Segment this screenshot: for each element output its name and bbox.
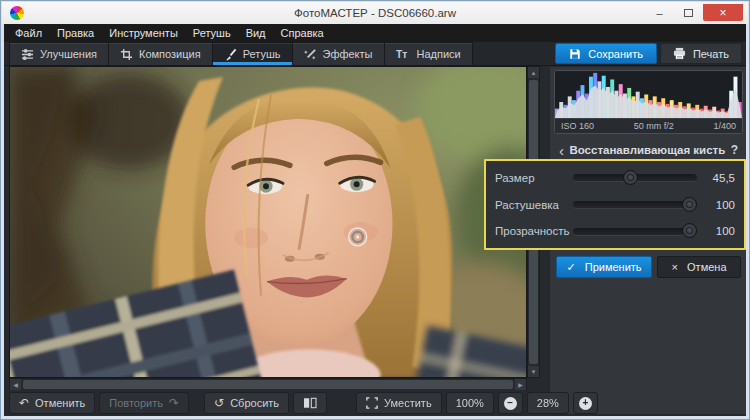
zoom-in-button[interactable]: + — [573, 392, 598, 414]
horizontal-scroll-thumb[interactable] — [23, 380, 513, 389]
magic-wand-icon — [304, 48, 317, 61]
brush-target-indicator — [349, 228, 367, 246]
window-title: ФотоМАСТЕР - DSC06660.arw — [2, 7, 748, 19]
tab-composition[interactable]: Композиция — [109, 42, 213, 65]
fit-label: Уместить — [384, 397, 432, 409]
tool-panel-title: Восстанавливающая кисть — [564, 144, 731, 156]
minus-icon: − — [504, 397, 517, 410]
slider-track[interactable] — [573, 228, 697, 235]
size-slider-row: Размер 45,5 — [495, 166, 735, 190]
slider-value: 45,5 — [704, 172, 735, 184]
tab-bar: Улучшения Композиция Ретушь Эффекты Tт Н… — [4, 42, 746, 66]
slider-track[interactable] — [573, 201, 697, 208]
crop-icon — [120, 48, 133, 61]
tab-label: Ретушь — [243, 48, 281, 60]
adjustments-icon — [21, 48, 34, 61]
menu-item[interactable]: Файл — [15, 27, 42, 39]
scroll-down-icon[interactable]: ▼ — [528, 366, 539, 377]
scroll-right-icon[interactable]: ▶ — [515, 379, 526, 390]
print-icon — [673, 47, 686, 60]
x-icon: × — [672, 261, 678, 273]
zoom-out-button[interactable]: − — [498, 392, 523, 414]
slider-handle[interactable] — [682, 197, 697, 212]
iso-label: ISO 160 — [561, 121, 594, 131]
zoom-level[interactable]: 28% — [527, 392, 569, 414]
tab-captions[interactable]: Tт Надписи — [385, 42, 473, 65]
app-logo-icon — [10, 6, 24, 20]
zoom-level-value: 28% — [537, 397, 559, 409]
slider-label: Прозрачность — [495, 225, 573, 237]
save-label: Сохранить — [588, 48, 643, 60]
tab-retouch[interactable]: Ретушь — [213, 42, 293, 65]
feather-slider-row: Растушевка 100 — [495, 193, 735, 217]
svg-text:Tт: Tт — [396, 49, 407, 60]
opacity-slider-row: Прозрачность 100 — [495, 219, 735, 243]
tab-label: Эффекты — [323, 48, 373, 60]
redo-icon: ↷ — [169, 397, 179, 409]
reset-icon: ↺ — [214, 397, 224, 409]
photo-canvas[interactable] — [9, 66, 527, 378]
fit-button[interactable]: Уместить — [356, 392, 442, 414]
maximize-button[interactable] — [674, 4, 703, 21]
app-body: ФайлПравкаИнструментыРетушьВидСправка Ул… — [4, 24, 746, 415]
tab-effects[interactable]: Эффекты — [293, 42, 385, 65]
reset-label: Сбросить — [230, 397, 279, 409]
slider-label: Размер — [495, 172, 573, 184]
cancel-label: Отмена — [687, 261, 726, 273]
save-button[interactable]: Сохранить — [555, 43, 657, 64]
apply-button[interactable]: ✓ Применить — [556, 256, 652, 278]
zoom-100-button[interactable]: 100% — [446, 392, 494, 414]
compare-button[interactable] — [293, 392, 327, 414]
histogram-panel: ISO 160 50 mm f/2 1/400 — [554, 70, 743, 134]
text-icon: Tт — [396, 48, 411, 61]
focal-aperture-label: 50 mm f/2 — [634, 121, 674, 131]
print-label: Печать — [693, 48, 729, 60]
undo-label: Отменить — [35, 397, 85, 409]
slider-value: 100 — [704, 199, 735, 211]
undo-button[interactable]: ↶ Отменить — [9, 392, 95, 414]
menu-item[interactable]: Вид — [246, 27, 266, 39]
redo-label: Повторить — [109, 397, 163, 409]
brush-icon — [224, 48, 237, 61]
menu-item[interactable]: Инструменты — [109, 27, 178, 39]
slider-track[interactable] — [573, 174, 697, 181]
compare-icon — [303, 397, 317, 409]
close-button[interactable]: × — [703, 4, 743, 21]
menu-item[interactable]: Ретушь — [193, 27, 231, 39]
zoom-100-label: 100% — [456, 397, 484, 409]
menu-item[interactable]: Справка — [281, 27, 324, 39]
tab-improvements[interactable]: Улучшения — [9, 42, 109, 65]
slider-value: 100 — [704, 225, 735, 237]
portrait-photo — [10, 67, 526, 377]
check-icon: ✓ — [567, 261, 576, 274]
plus-icon: + — [579, 397, 592, 410]
print-button[interactable]: Печать — [660, 43, 742, 64]
slider-callout: Размер 45,5 Растушевка 100 Прозрачность … — [484, 159, 746, 250]
reset-button[interactable]: ↺ Сбросить — [204, 392, 289, 414]
histogram-chart — [555, 71, 742, 118]
fit-icon — [366, 397, 378, 409]
maximize-icon — [684, 9, 693, 17]
tab-label: Композиция — [139, 48, 201, 60]
save-icon — [569, 48, 581, 60]
slider-handle[interactable] — [682, 223, 697, 238]
tab-label: Надписи — [417, 48, 461, 60]
tab-label: Улучшения — [40, 48, 97, 60]
scroll-up-icon[interactable]: ▲ — [528, 67, 539, 78]
menu-item[interactable]: Правка — [57, 27, 94, 39]
cancel-button[interactable]: × Отмена — [657, 256, 741, 278]
apply-label: Применить — [585, 261, 642, 273]
app-window: ФотоМАСТЕР - DSC06660.arw – × ФайлПравка… — [0, 0, 750, 420]
undo-icon: ↶ — [19, 397, 29, 409]
status-bar: ↶ Отменить Повторить ↷ ↺ Сбросить — [4, 390, 547, 415]
redo-button[interactable]: Повторить ↷ — [99, 392, 189, 414]
menu-bar: ФайлПравкаИнструментыРетушьВидСправка — [4, 24, 746, 42]
help-button[interactable]: ? — [731, 143, 738, 157]
title-bar: ФотоМАСТЕР - DSC06660.arw – × — [2, 2, 748, 24]
minimize-button[interactable]: – — [645, 4, 674, 21]
shutter-label: 1/400 — [713, 121, 736, 131]
scroll-left-icon[interactable]: ◀ — [10, 379, 21, 390]
tool-panel-header: ‹ Восстанавливающая кисть ? — [550, 139, 746, 161]
slider-label: Растушевка — [495, 199, 573, 211]
slider-handle[interactable] — [623, 170, 638, 185]
